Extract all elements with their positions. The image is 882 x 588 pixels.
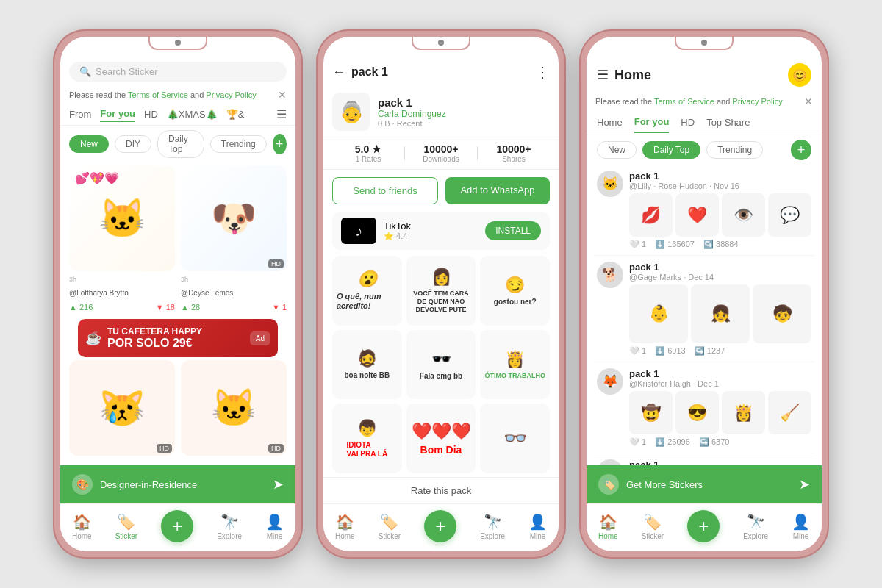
privacy-link[interactable]: Privacy Policy bbox=[206, 90, 256, 99]
terms-link-3[interactable]: Terms of Service bbox=[654, 97, 714, 106]
share-stat-2: ↪️ 1237 bbox=[695, 346, 725, 356]
pack-img-2c[interactable]: 🧒 bbox=[753, 284, 811, 343]
user-avatar[interactable]: 😊 bbox=[788, 63, 811, 87]
send-friends-button[interactable]: Send to friends bbox=[332, 177, 438, 204]
sticker-label: Sticker bbox=[115, 532, 138, 540]
home-title: Home bbox=[614, 68, 782, 83]
pack-img-3b[interactable]: 😎 bbox=[675, 391, 719, 434]
pack-images-3: 🤠 😎 👸 🧹 bbox=[629, 391, 811, 434]
more-options-button[interactable]: ⋮ bbox=[535, 63, 550, 81]
add-button-1[interactable]: + bbox=[273, 134, 287, 154]
bottom-nav-mine-3[interactable]: 👤 Mine bbox=[792, 513, 810, 540]
pack-img-3c[interactable]: 👸 bbox=[722, 391, 765, 434]
bottom-nav-sticker-2[interactable]: 🏷️ Sticker bbox=[379, 513, 401, 540]
bottom-nav-explore-2[interactable]: 🔭 Explore bbox=[480, 513, 505, 540]
status-bar-1 bbox=[60, 37, 295, 57]
chip-dailytop-3[interactable]: Daily Top bbox=[642, 141, 700, 159]
pack-img-1b[interactable]: ❤️ bbox=[675, 193, 719, 237]
download-stat-1: ⬇️ 165607 bbox=[655, 240, 695, 249]
ad-banner-1[interactable]: ☕ TU CAFETERA HAPPY POR SOLO 29€ Ad bbox=[78, 319, 278, 357]
status-bar-2 bbox=[323, 37, 559, 57]
stat-downloads: 10000+ Downloads bbox=[405, 143, 477, 163]
get-more-banner[interactable]: 🏷️ Get More Stickers ➤ bbox=[587, 465, 822, 503]
tab-from[interactable]: From bbox=[69, 107, 91, 121]
sticker-meta-1: 3h bbox=[69, 274, 175, 284]
bottom-nav-sticker-3[interactable]: 🏷️ Sticker bbox=[642, 513, 664, 540]
tab-trophy[interactable]: 🏆& bbox=[226, 107, 245, 121]
chip-trending[interactable]: Trending bbox=[210, 135, 267, 153]
close-terms-button-3[interactable]: ✕ bbox=[804, 96, 813, 107]
pack-row-3: 👦 IDIOTAVAI PRA LÁ ❤️❤️❤️ Bom Dia 👓 bbox=[332, 404, 550, 473]
chip-new[interactable]: New bbox=[69, 135, 109, 153]
pack-sticker-5[interactable]: 🕶️ Fala cmg bb bbox=[406, 330, 476, 400]
tab-hd-3[interactable]: HD bbox=[681, 112, 695, 132]
pack-sticker-3[interactable]: 😏 gostou ner? bbox=[480, 256, 550, 326]
pack-img-1d[interactable]: 💬 bbox=[768, 193, 811, 237]
sticker-card-2[interactable]: 🐶 HD bbox=[181, 165, 287, 271]
pack-stats-3: 🤍 1 ⬇️ 26096 ↪️ 6370 bbox=[629, 437, 811, 447]
sticker-user-2: @Deyse Lemos bbox=[181, 287, 287, 298]
tab-hd[interactable]: HD bbox=[144, 107, 158, 121]
tab-foryou[interactable]: For you bbox=[100, 107, 135, 122]
hamburger-menu-icon[interactable]: ☰ bbox=[597, 67, 609, 83]
pack-images-2: 👶 👧 🧒 bbox=[629, 284, 811, 343]
bottom-nav-sticker[interactable]: 🏷️ Sticker bbox=[115, 513, 138, 540]
pack-content-4: pack 1 @Gage Marks · Dec 8 🎭 😂 bbox=[629, 459, 811, 465]
rate-bar[interactable]: Rate this pack bbox=[323, 477, 559, 503]
bottom-nav-explore[interactable]: 🔭 Explore bbox=[217, 513, 242, 540]
pack-sticker-9[interactable]: 👓 bbox=[480, 404, 550, 473]
mine-label-2: Mine bbox=[530, 532, 546, 540]
privacy-link-3[interactable]: Privacy Policy bbox=[732, 97, 782, 106]
pack-sticker-7[interactable]: 👦 IDIOTAVAI PRA LÁ bbox=[332, 404, 402, 473]
sticker-card-4[interactable]: 🐱 HD bbox=[181, 360, 287, 456]
pack-img-3a[interactable]: 🤠 bbox=[629, 391, 673, 434]
bottom-nav-add[interactable]: + bbox=[161, 510, 193, 542]
terms-link[interactable]: Terms of Service bbox=[128, 90, 188, 99]
pack-img-3d[interactable]: 🧹 bbox=[768, 391, 811, 434]
sticker-user-1: @Lottharya Brytto bbox=[69, 287, 175, 298]
tab-home-3[interactable]: Home bbox=[597, 112, 623, 132]
bottom-nav-explore-3[interactable]: 🔭 Explore bbox=[743, 513, 768, 540]
bottom-nav-home[interactable]: 🏠 Home bbox=[72, 513, 92, 540]
pack-img-2b[interactable]: 👧 bbox=[691, 284, 750, 343]
chip-trending-3[interactable]: Trending bbox=[706, 141, 763, 159]
close-terms-button[interactable]: ✕ bbox=[278, 89, 287, 101]
pack-sticker-1[interactable]: 😮 O quê, num acredito! bbox=[332, 256, 402, 326]
tab-xmas[interactable]: 🎄XMAS🎄 bbox=[167, 107, 218, 121]
pack-img-1a[interactable]: 💋 bbox=[629, 193, 673, 237]
sticker-card-1[interactable]: 🐱 💕💖💗 bbox=[69, 165, 175, 271]
back-button[interactable]: ← bbox=[332, 65, 345, 80]
chip-dailytop[interactable]: Daily Top bbox=[157, 130, 204, 158]
filter-chips-3: New Daily Top Trending + bbox=[587, 135, 822, 165]
tab-topshare-3[interactable]: Top Share bbox=[706, 112, 750, 132]
center-add-button-2[interactable]: + bbox=[424, 510, 456, 542]
center-add-button[interactable]: + bbox=[161, 510, 193, 542]
center-add-button-3[interactable]: + bbox=[687, 510, 720, 542]
pack-sticker-4[interactable]: 🧔 boa noite BB bbox=[332, 330, 402, 400]
pack-img-2a[interactable]: 👶 bbox=[629, 284, 688, 343]
add-whatsapp-button[interactable]: Add to WhatsApp bbox=[445, 177, 550, 204]
bottom-nav-home-3[interactable]: 🏠 Home bbox=[598, 513, 618, 540]
pack-img-1c[interactable]: 👁️ bbox=[722, 193, 765, 237]
pack-sticker-2[interactable]: 👩 VOCÊ TEM CARA DE QUEM NÃO DEVOLVE PUTE bbox=[406, 256, 476, 326]
chip-diy[interactable]: DIY bbox=[115, 135, 151, 153]
bottom-nav-home-2[interactable]: 🏠 Home bbox=[335, 513, 355, 540]
search-input[interactable]: Search Sticker bbox=[96, 66, 158, 77]
add-button-3[interactable]: + bbox=[791, 140, 811, 160]
pack-sticker-6[interactable]: 👸 ÓTIMO TRABALHO bbox=[480, 330, 550, 400]
sticker-pack-grid: 😮 O quê, num acredito! 👩 VOCÊ TEM CARA D… bbox=[323, 256, 559, 477]
bottom-nav-add-3[interactable]: + bbox=[687, 510, 720, 542]
bottom-nav-add-2[interactable]: + bbox=[424, 510, 456, 542]
search-bar[interactable]: 🔍 Search Sticker bbox=[69, 62, 287, 82]
install-button[interactable]: INSTALL bbox=[485, 221, 541, 240]
bottom-nav-mine-2[interactable]: 👤 Mine bbox=[528, 513, 547, 540]
bottom-nav-mine[interactable]: 👤 Mine bbox=[265, 513, 284, 540]
tab-foryou-3[interactable]: For you bbox=[634, 112, 670, 133]
menu-icon[interactable]: ☰ bbox=[276, 107, 287, 121]
pack-meta-2: @Gage Marks · Dec 14 bbox=[629, 273, 811, 282]
pack-sticker-8[interactable]: ❤️❤️❤️ Bom Dia bbox=[406, 404, 476, 473]
home-label-3: Home bbox=[598, 532, 618, 540]
sticker-card-3[interactable]: 😿 HD bbox=[69, 360, 175, 456]
designer-banner[interactable]: 🎨 Designer-in-Residence ➤ bbox=[60, 465, 295, 503]
chip-new-3[interactable]: New bbox=[597, 141, 637, 159]
